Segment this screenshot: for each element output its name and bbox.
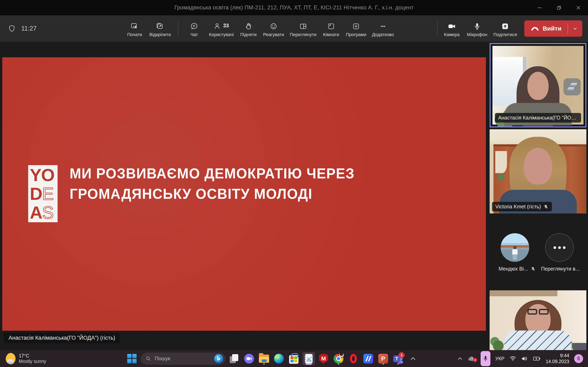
- movavi-app[interactable]: [362, 352, 374, 365]
- file-explorer-app[interactable]: [258, 352, 270, 365]
- snipping-tool-app[interactable]: [303, 352, 315, 365]
- task-view-icon: [230, 354, 239, 363]
- volume-tray-icon[interactable]: [521, 356, 528, 362]
- chat-icon: [190, 22, 198, 30]
- taskbar-clock[interactable]: 9:44 14.09.2023: [546, 353, 569, 365]
- leave-options-button[interactable]: [568, 20, 582, 37]
- chevron-up-icon: [457, 357, 463, 360]
- edge-app[interactable]: [273, 352, 285, 365]
- battery-tray-icon[interactable]: [533, 356, 541, 361]
- meet-camera-icon: [244, 354, 254, 364]
- weather-icon: [6, 353, 16, 364]
- taskbar-overflow-chevron[interactable]: [407, 352, 419, 365]
- mic-off-icon: [530, 266, 536, 272]
- chrome-app[interactable]: [332, 352, 345, 365]
- react-icon: [269, 22, 278, 30]
- shared-screen[interactable]: YO DE AS МИ РОЗВИВАЄМО ДЕМОКРАТІЮ ЧЕРЕЗ …: [2, 57, 486, 331]
- microphone-in-use-indicator[interactable]: [481, 351, 490, 366]
- volume-icon: [521, 356, 528, 362]
- opera-app[interactable]: [347, 352, 360, 365]
- close-button[interactable]: [569, 0, 588, 15]
- window-controls: [530, 0, 588, 15]
- mcafee-app[interactable]: M: [318, 352, 330, 365]
- onedrive-tray-icon[interactable]: ✕: [467, 356, 476, 361]
- minimize-button[interactable]: [530, 0, 549, 15]
- unpin-icon: [156, 22, 164, 30]
- toolbar-buttons: Почати Відкріпити Чат 33: [86, 18, 434, 39]
- running-indicator: [263, 363, 265, 365]
- search-icon: [145, 356, 151, 361]
- powerpoint-app[interactable]: P: [377, 352, 389, 365]
- slide-heading-line1: МИ РОЗВИВАЄМО ДЕМОКРАТІЮ ЧЕРЕЗ: [70, 163, 355, 184]
- start-button-taskbar[interactable]: [126, 352, 138, 365]
- meeting-toolbar: 11:27 Почати Відкріпити Ча: [0, 15, 588, 42]
- taskbar-apps: Пошук: [126, 350, 419, 367]
- apps-button[interactable]: Програми: [344, 18, 368, 39]
- more-button[interactable]: Додатково: [370, 18, 396, 39]
- react-button[interactable]: Реагувати: [261, 18, 286, 39]
- chrome-icon: [334, 354, 343, 364]
- participant-count: 33: [223, 23, 229, 29]
- rooms-button[interactable]: Кімнати: [320, 18, 342, 39]
- weather-condition: Mostly sunny: [19, 359, 46, 364]
- ellipsis-icon: [553, 246, 556, 249]
- tray-chevron-button[interactable]: [457, 357, 463, 360]
- participant-video: Анастасія Каліманська(ГО "ЙОДА") ...: [493, 46, 584, 125]
- notification-center-badge[interactable]: 6: [574, 354, 583, 363]
- video-person-face: [527, 72, 549, 100]
- snipping-tool-icon: [305, 354, 312, 363]
- opera-icon: [350, 354, 357, 363]
- start-icon: [130, 22, 139, 30]
- microphone-icon: [473, 22, 481, 30]
- share-button[interactable]: Поділитися: [492, 18, 519, 39]
- chevron-up-icon: [410, 357, 416, 361]
- video-person-body: [504, 331, 572, 350]
- slide-heading-line2: ГРОМАДЯНСЬКУ ОСВІТУ МОЛОДІ: [70, 184, 355, 204]
- window-title: Громадянська освіта (лек) ПМ-211, 212, П…: [174, 4, 414, 11]
- system-tray: ✕ УКР: [457, 350, 583, 367]
- teams-app[interactable]: T 1: [392, 352, 404, 365]
- participant-tile-anastasiia[interactable]: Анастасія Каліманська(ГО "ЙОДА") ...: [490, 43, 586, 127]
- mcafee-icon: M: [319, 354, 328, 364]
- search-placeholder: Пошук: [155, 356, 210, 361]
- raise-hand-button[interactable]: Підняти: [237, 18, 259, 39]
- close-icon: [576, 5, 581, 10]
- onedrive-error-badge: ✕: [473, 358, 477, 362]
- file-explorer-icon: [259, 355, 269, 363]
- task-view-button[interactable]: [228, 352, 240, 365]
- view-icon: [299, 22, 307, 30]
- clock-time: 9:44: [546, 353, 569, 359]
- view-more-label: Переглянути в...: [541, 266, 580, 272]
- chat-button[interactable]: Чат: [183, 18, 205, 39]
- unpin-button[interactable]: Відкріпити: [147, 18, 173, 39]
- participant-avatar-mendiukh[interactable]: [501, 233, 529, 262]
- search-box[interactable]: Пошук: [141, 353, 225, 365]
- view-button[interactable]: Переглянути: [288, 18, 318, 39]
- avatar-name-label: Мендюх Ві...: [499, 266, 536, 272]
- wifi-tray-icon[interactable]: [509, 356, 516, 362]
- microsoft-store-icon: [289, 355, 298, 364]
- microsoft-store-app[interactable]: [288, 352, 300, 365]
- presenter-label: Анастасія Каліманська(ГО "ЙОДА") (гість): [4, 333, 120, 343]
- camera-button[interactable]: Камера: [441, 18, 463, 39]
- microphone-button[interactable]: Мікрофон: [465, 18, 489, 39]
- leave-button[interactable]: Вийти: [524, 20, 568, 37]
- participant-tile-victoria[interactable]: Victoria Kmet (гість): [490, 129, 586, 213]
- weather-widget[interactable]: 17°C Mostly sunny: [6, 350, 46, 367]
- participant-tile-bottom[interactable]: [490, 290, 586, 350]
- keyboard-language[interactable]: УКР: [495, 356, 504, 361]
- minimize-icon: [537, 5, 542, 10]
- view-more-participants-button[interactable]: [545, 233, 574, 262]
- bing-icon: [214, 354, 223, 363]
- weather-temp: 17°C: [19, 353, 46, 359]
- people-button[interactable]: 33 Користувачі: [207, 18, 236, 39]
- start-button[interactable]: Почати: [123, 18, 146, 39]
- meet-now-app[interactable]: [243, 352, 255, 365]
- app-watermark-icon: [563, 78, 581, 95]
- restore-button[interactable]: [549, 0, 569, 15]
- avatar-photo-person: [512, 246, 518, 260]
- window-titlebar: Громадянська освіта (лек) ПМ-211, 212, П…: [0, 0, 588, 15]
- participant-name-pill: Анастасія Каліманська(ГО "ЙОДА") ...: [495, 113, 581, 123]
- shield-icon: [8, 25, 16, 33]
- clock-date: 14.09.2023: [546, 359, 569, 365]
